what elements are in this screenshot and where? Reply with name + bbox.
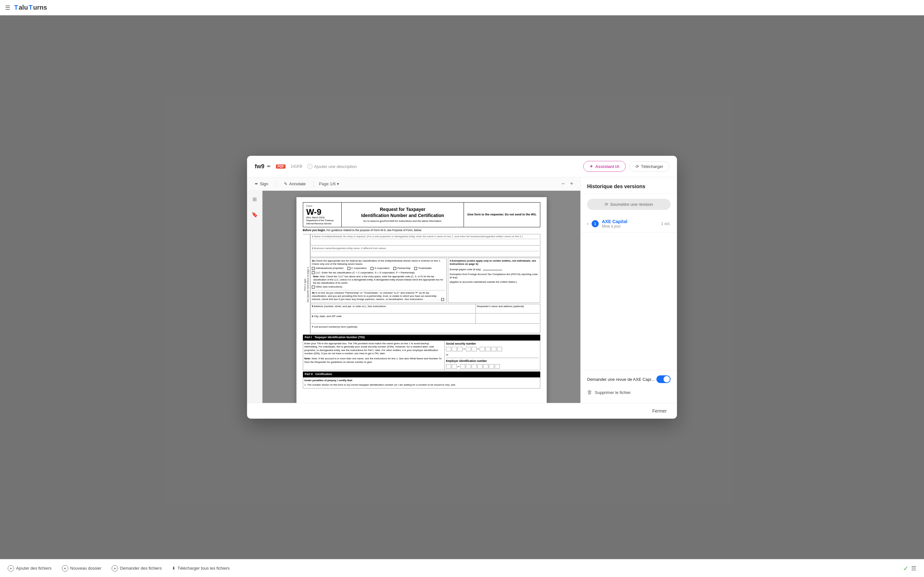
field2-input-area[interactable] — [312, 251, 539, 256]
ein-box-6[interactable] — [477, 364, 483, 369]
check-llc[interactable]: LLC. Enter the tax classification (C = C… — [312, 271, 445, 274]
check-c-corp[interactable]: C corporation — [347, 267, 367, 270]
check-sole-prop[interactable]: Individual/sole proprietor — [312, 267, 344, 270]
sign-button[interactable]: ✒ Sign — [252, 180, 271, 187]
ein-box-1[interactable] — [446, 364, 451, 369]
checkbox-sole-prop[interactable] — [312, 267, 315, 270]
zoom-out-button[interactable]: − — [559, 180, 567, 188]
close-button[interactable]: Fermer — [648, 407, 670, 415]
check-partnership[interactable]: Partnership — [393, 267, 410, 270]
ein-box-5[interactable] — [472, 364, 477, 369]
version-item-1[interactable]: › 1 AXE Capital Mise à jour 1 oct. — [581, 215, 677, 233]
bottom-right-icons: ✓ ☰ — [903, 564, 916, 572]
field7-input[interactable] — [312, 329, 539, 332]
pdf-toolbar: ✒ Sign ✎ Annotate Page 1/6 ▾ − — [247, 177, 580, 191]
checkbox-llc[interactable] — [312, 271, 315, 274]
pdf-sidebar-icons: ⊞ 🔖 — [247, 191, 262, 403]
w9-header: Form W-9 (Rev. March 2024) Department of… — [303, 202, 540, 227]
ssn-box-7[interactable] — [485, 347, 491, 351]
header-actions: ✦ Assistant IA ⟳ Télécharger — [583, 161, 669, 172]
ssn-dash-2: – — [477, 347, 479, 351]
field2-num: 2 — [312, 247, 313, 250]
ssn-box-1[interactable] — [446, 347, 451, 351]
ein-box-3[interactable] — [460, 364, 465, 369]
checkbox-c-corp[interactable] — [347, 267, 351, 270]
zoom-in-button[interactable]: + — [568, 180, 575, 188]
ein-box-8[interactable] — [489, 364, 494, 369]
pages-icon[interactable]: ⊞ — [250, 195, 259, 203]
field3a-text: Check the appropriate box for federal ta… — [312, 259, 441, 266]
ein-box-2[interactable] — [452, 364, 457, 369]
ein-box-4[interactable] — [466, 364, 471, 369]
label-trust: Trust/estate — [418, 267, 431, 270]
w9-certification: Under penalties of perjury, I certify th… — [303, 377, 540, 388]
page-indicator[interactable]: Page 1/6 ▾ — [319, 181, 339, 186]
ssn-box-9[interactable] — [497, 347, 502, 351]
request-files-button[interactable]: + Demander des fichiers — [111, 565, 162, 572]
checkbox-other[interactable] — [312, 285, 315, 288]
field2-text: Business name/disregarded entity name, i… — [314, 247, 387, 250]
field6-input[interactable] — [312, 318, 474, 323]
checkbox-partnership[interactable] — [393, 267, 396, 270]
ein-box-7[interactable] — [483, 364, 488, 369]
edit-title-icon[interactable]: ✏ — [267, 164, 271, 169]
ein-box-9[interactable] — [495, 364, 500, 369]
field6-text: City, state, and ZIP code — [314, 315, 342, 318]
add-description-label: Ajouter une description — [314, 164, 357, 169]
add-files-button[interactable]: + Ajouter des fichiers — [8, 565, 52, 572]
w9-main-title: Request for Taxpayer — [344, 206, 462, 212]
bookmark-icon[interactable]: 🔖 — [250, 210, 259, 219]
toggle-knob — [664, 376, 670, 382]
checkbox-s-corp[interactable] — [371, 267, 373, 270]
ssn-box-2[interactable] — [452, 347, 457, 351]
checkbox-3b[interactable] — [441, 298, 444, 301]
new-folder-button[interactable]: + Nouveau dossier — [62, 565, 102, 572]
request-files-icon: + — [111, 565, 118, 572]
tin-boxes: Social security number – — [445, 341, 540, 370]
ein-label: Employer identification number — [446, 358, 538, 363]
hamburger-menu[interactable]: ☰ — [5, 4, 10, 11]
w9-3a-classification: 3a Check the appropriate box for federal… — [310, 258, 447, 303]
field1-input-area[interactable] — [312, 239, 539, 245]
ssn-box-4[interactable] — [466, 347, 471, 351]
other-label: Other (see instructions) — [316, 285, 342, 288]
delete-row[interactable]: 🗑 Supprimer le fichier — [587, 387, 670, 398]
field5-input[interactable] — [312, 308, 474, 313]
w9-sub-title: Identification Number and Certification — [344, 213, 462, 218]
submit-revision-button[interactable]: ⟳ Soumettre une révision — [587, 199, 670, 210]
modal-title-group: fw9 ✏ — [255, 163, 271, 170]
ai-assistant-button[interactable]: ✦ Assistant IA — [583, 161, 625, 172]
check-other[interactable]: Other (see instructions) — [312, 285, 445, 288]
field6-num: 6 — [312, 315, 313, 318]
ssn-box-6[interactable] — [480, 347, 485, 351]
check-trust[interactable]: Trust/estate — [414, 267, 431, 270]
request-files-label: Demander des fichiers — [120, 566, 162, 571]
pdf-pages-scroll[interactable]: Form W-9 (Rev. March 2024) Department of… — [262, 191, 580, 403]
download-all-button[interactable]: ⬇ Télécharger tous les fichiers — [172, 566, 230, 571]
check-options-row: Individual/sole proprietor C corporation — [312, 267, 445, 270]
review-row: Demander une revue de AXE Capi... — [587, 376, 670, 383]
ssn-box-8[interactable] — [491, 347, 496, 351]
download-button[interactable]: ⟳ Télécharger — [630, 161, 669, 172]
ssn-box-3[interactable] — [457, 347, 463, 351]
field7-text: List account number(s) here (optional) — [314, 326, 357, 328]
annotate-label: Annotate — [289, 181, 306, 186]
annotate-button[interactable]: ✎ Annotate — [281, 180, 309, 187]
add-description-btn[interactable]: i Ajouter une description — [307, 164, 357, 169]
w9-tin-area: Enter your TIN in the appropriate box. T… — [303, 340, 540, 370]
review-toggle[interactable] — [656, 376, 670, 383]
pdf-page-1: Form W-9 (Rev. March 2024) Department of… — [296, 197, 547, 403]
exempt-payee-input[interactable] — [483, 267, 502, 270]
check-s-corp[interactable]: S corporation — [371, 267, 390, 270]
ai-button-label: Assistant IA — [595, 164, 619, 169]
list-icon[interactable]: ☰ — [911, 565, 916, 572]
annotate-icon: ✎ — [284, 181, 288, 186]
ssn-box-5[interactable] — [472, 347, 477, 351]
checkmark-icon[interactable]: ✓ — [903, 564, 909, 572]
before-begin-bold: Before you begin. — [303, 229, 326, 232]
bottom-bar: + Ajouter des fichiers + Nouveau dossier… — [0, 559, 924, 577]
document-title: fw9 — [255, 163, 264, 170]
w9-3b: 3b If on line 3a you checked "Partnershi… — [312, 290, 445, 301]
w9-side-label: Print or type.See Specific Instructions … — [303, 234, 310, 335]
checkbox-trust[interactable] — [414, 267, 417, 270]
